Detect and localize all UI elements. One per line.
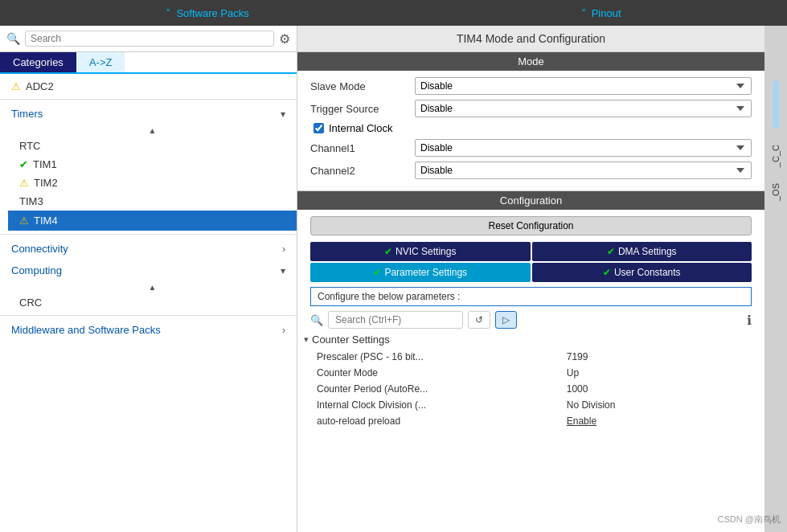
slave-mode-select[interactable]: Disable — [415, 77, 752, 95]
sidebar-item-tim2[interactable]: TIM2 — [8, 174, 297, 192]
search-params-row: 🔍 ↺ ▷ ℹ — [310, 311, 752, 329]
user-check-icon: ✔ — [603, 267, 611, 278]
sidebar-item-tim3[interactable]: TIM3 — [8, 192, 297, 211]
search-params-input[interactable] — [328, 311, 463, 329]
counter-period-value: 1000 — [554, 381, 758, 397]
nvic-settings-label: NVIC Settings — [396, 246, 456, 257]
settings-tabs: ✔ NVIC Settings ✔ DMA Settings ✔ Paramet… — [310, 242, 752, 282]
channel1-label: Channel1 — [310, 142, 415, 154]
computing-sub-items: ▲ CRC — [0, 281, 297, 312]
software-packs-nav[interactable]: ˅ Software Packs — [150, 7, 264, 19]
arrow-down-icon: ▾ — [304, 334, 309, 345]
counter-settings-title[interactable]: ▾ Counter Settings — [304, 334, 758, 346]
scroll-up-arrow[interactable]: ▲ — [8, 125, 297, 137]
pinout-nav[interactable]: ˅ Pinout — [565, 7, 637, 19]
chevron-down-icon-computing: ▾ — [281, 265, 285, 276]
parameter-settings-label: Parameter Settings — [384, 267, 467, 278]
search-input[interactable] — [25, 31, 274, 47]
chevron-down-icon: ˅ — [166, 7, 171, 19]
trigger-source-select[interactable]: Disable — [415, 100, 752, 117]
sidebar-section-timers[interactable]: Timers ▾ — [0, 103, 297, 125]
nvic-check-icon: ✔ — [384, 246, 392, 257]
user-constants-label: User Constants — [614, 267, 681, 278]
user-constants-tab[interactable]: ✔ User Constants — [532, 263, 752, 282]
autoreload-value[interactable]: Enable — [554, 413, 758, 429]
dma-check-icon: ✔ — [607, 246, 615, 257]
nav-next-button[interactable]: ▷ — [495, 311, 517, 329]
middleware-label: Middleware and Software Packs — [11, 324, 161, 336]
gear-icon[interactable]: ⚙ — [279, 31, 290, 47]
internal-clock-label: Internal Clock — [329, 122, 392, 134]
scroll-up-arrow2[interactable]: ▲ — [8, 281, 297, 293]
slave-mode-label: Slave Mode — [310, 80, 415, 92]
scrollbar-indicator[interactable] — [773, 80, 779, 129]
slave-mode-row: Slave Mode Disable — [310, 77, 752, 95]
timers-sub-items: ▲ RTC TIM1 TIM2 TIM3 TIM4 — [0, 125, 297, 231]
top-bar: ˅ Software Packs ˅ Pinout — [0, 0, 787, 26]
table-row: Counter Mode Up — [304, 365, 758, 381]
chevron-right-icon-middleware: › — [282, 325, 285, 336]
timers-label: Timers — [11, 108, 43, 120]
sidebar-item-tim4[interactable]: TIM4 — [8, 211, 297, 231]
search-bar: 🔍 ⚙ — [0, 26, 297, 52]
counter-table: Prescaler (PSC - 16 bit... 7199 Counter … — [304, 349, 758, 429]
params-hint: Configure the below parameters : — [310, 287, 752, 306]
sidebar-list: ADC2 Timers ▾ ▲ RTC TIM1 TIM2 — [0, 74, 297, 532]
mode-config-form: Slave Mode Disable Trigger Source Disabl… — [297, 71, 764, 191]
pinout-label: Pinout — [592, 7, 621, 19]
table-row: auto-reload preload Enable — [304, 413, 758, 429]
dma-settings-tab[interactable]: ✔ DMA Settings — [532, 242, 752, 261]
chevron-right-icon-connectivity: › — [282, 243, 285, 255]
sidebar-section-connectivity[interactable]: Connectivity › — [0, 238, 297, 260]
rtc-label: RTC — [19, 140, 40, 152]
sidebar-item-adc2[interactable]: ADC2 — [0, 77, 297, 96]
chevron-down-icon-timers: ▾ — [281, 108, 285, 120]
internal-clock-checkbox[interactable] — [314, 123, 324, 133]
counter-mode-label: Counter Mode — [304, 365, 554, 381]
parameter-settings-tab[interactable]: ✔ Parameter Settings — [310, 263, 531, 282]
channel2-label: Channel2 — [310, 165, 415, 177]
adc2-label: ADC2 — [26, 80, 54, 92]
chevron-down-icon2: ˅ — [581, 7, 587, 19]
table-row: Counter Period (AutoRe... 1000 — [304, 381, 758, 397]
connectivity-label: Connectivity — [11, 243, 68, 255]
info-icon[interactable]: ℹ — [747, 313, 752, 328]
sidebar-item-tim1[interactable]: TIM1 — [8, 155, 297, 174]
table-row: Prescaler (PSC - 16 bit... 7199 — [304, 349, 758, 365]
software-packs-label: Software Packs — [176, 7, 248, 19]
autoreload-label: auto-reload preload — [304, 413, 554, 429]
dma-settings-label: DMA Settings — [618, 246, 677, 257]
clock-division-label: Internal Clock Division (... — [304, 397, 554, 413]
mode-section-header: Mode — [297, 52, 764, 71]
channel1-select[interactable]: Disable — [415, 139, 752, 157]
nvic-settings-tab[interactable]: ✔ NVIC Settings — [310, 242, 531, 261]
table-row: Internal Clock Division (... No Division — [304, 397, 758, 413]
channel1-row: Channel1 Disable — [310, 139, 752, 157]
sidebar: 🔍 ⚙ Categories A->Z ADC2 Timers ▾ ▲ RTC — [0, 26, 297, 532]
config-section-header: Configuration — [297, 191, 764, 210]
counter-section: ▾ Counter Settings Prescaler (PSC - 16 b… — [304, 334, 758, 429]
counter-period-label: Counter Period (AutoRe... — [304, 381, 554, 397]
crc-label: CRC — [19, 297, 42, 309]
prescaler-value: 7199 — [554, 349, 758, 365]
channel2-select[interactable]: Disable — [415, 162, 752, 179]
reset-config-button[interactable]: Reset Configuration — [310, 216, 752, 235]
trigger-source-label: Trigger Source — [310, 103, 415, 115]
tim4-label: TIM4 — [34, 215, 58, 227]
sidebar-section-middleware[interactable]: Middleware and Software Packs › — [0, 319, 297, 341]
right-panel: TIM4 Mode and Configuration Mode Slave M… — [297, 26, 764, 532]
prescaler-label: Prescaler (PSC - 16 bit... — [304, 349, 554, 365]
computing-label: Computing — [11, 264, 62, 276]
tab-categories[interactable]: Categories — [0, 52, 76, 72]
tim3-label: TIM3 — [19, 195, 43, 207]
search-icon: 🔍 — [6, 32, 20, 45]
counter-settings-label: Counter Settings — [312, 334, 390, 346]
tab-az[interactable]: A->Z — [76, 52, 125, 72]
nav-prev-button[interactable]: ↺ — [468, 311, 490, 329]
param-check-icon: ✔ — [373, 267, 381, 278]
category-tabs: Categories A->Z — [0, 52, 297, 74]
sidebar-item-crc[interactable]: CRC — [8, 293, 297, 312]
sidebar-item-rtc[interactable]: RTC — [8, 137, 297, 155]
trigger-source-row: Trigger Source Disable — [310, 100, 752, 117]
sidebar-section-computing[interactable]: Computing ▾ — [0, 260, 297, 281]
